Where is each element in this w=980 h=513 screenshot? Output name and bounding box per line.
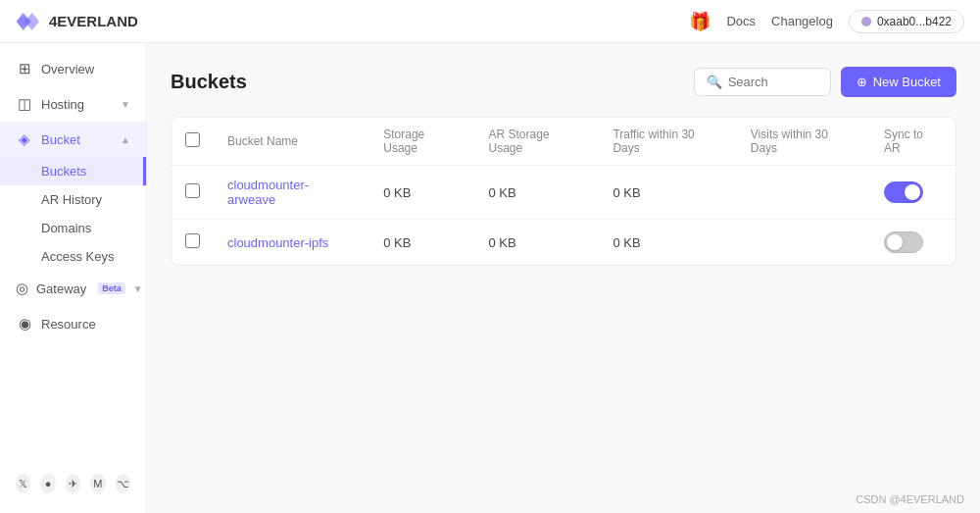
- row2-sync-toggle[interactable]: [884, 231, 923, 253]
- logo-text: 4EVERLAND: [49, 13, 138, 29]
- sidebar: ⊞ Overview ◫ Hosting ▼ ◈ Bucket ▲ Bucket…: [0, 43, 147, 513]
- row1-checkbox[interactable]: [185, 183, 200, 198]
- row2-visits: [737, 220, 870, 266]
- topbar-right: 🎁 Docs Changelog 0xaab0...b422: [689, 10, 964, 33]
- search-input[interactable]: [728, 75, 816, 89]
- row1-sync-toggle[interactable]: [884, 181, 923, 203]
- sidebar-item-overview[interactable]: ⊞ Overview: [0, 51, 146, 86]
- row2-select: [172, 220, 214, 266]
- overview-icon: ⊞: [16, 60, 33, 77]
- col-traffic: Traffic within 30 Days: [599, 118, 736, 166]
- bucket-chevron-icon: ▲: [121, 134, 130, 145]
- row2-checkbox[interactable]: [185, 233, 200, 248]
- hosting-icon: ◫: [16, 95, 33, 113]
- wallet-address: 0xaab0...b422: [877, 15, 952, 28]
- search-box[interactable]: 🔍: [694, 68, 831, 96]
- resource-icon: ◉: [16, 315, 33, 333]
- layout: ⊞ Overview ◫ Hosting ▼ ◈ Bucket ▲ Bucket…: [0, 43, 980, 513]
- sidebar-item-resource-label: Resource: [41, 317, 96, 332]
- col-visits: Visits within 30 Days: [737, 118, 870, 166]
- sidebar-sub-item-buckets[interactable]: Buckets: [0, 157, 146, 185]
- bucket-icon: ◈: [16, 130, 33, 148]
- row1-select: [172, 166, 214, 220]
- sidebar-item-hosting[interactable]: ◫ Hosting ▼: [0, 86, 146, 122]
- sidebar-item-hosting-label: Hosting: [41, 97, 84, 112]
- col-bucket-name: Bucket Name: [214, 118, 369, 166]
- discord-icon[interactable]: ●: [40, 474, 55, 493]
- row1-toggle-slider: [884, 181, 923, 203]
- topbar: 4EVERLAND 🎁 Docs Changelog 0xaab0...b422: [0, 0, 980, 43]
- page-header: Buckets 🔍 ⊕ New Bucket: [171, 67, 956, 97]
- table-header: Bucket Name Storage Usage AR Storage Usa…: [172, 118, 956, 166]
- sidebar-sub-item-access-keys[interactable]: Access Keys: [0, 242, 146, 271]
- main-content: Buckets 🔍 ⊕ New Bucket Bucket Name: [147, 43, 980, 513]
- new-bucket-button[interactable]: ⊕ New Bucket: [841, 67, 956, 97]
- gateway-chevron-icon: ▼: [133, 283, 143, 294]
- sidebar-item-resource[interactable]: ◉ Resource: [0, 306, 146, 341]
- row2-sync: [870, 220, 956, 266]
- twitter-icon[interactable]: 𝕏: [16, 474, 30, 493]
- bucket-submenu: Buckets AR History Domains Access Keys: [0, 157, 146, 271]
- col-ar-storage: AR Storage Usage: [475, 118, 600, 166]
- docs-link[interactable]: Docs: [726, 14, 756, 28]
- sidebar-social: 𝕏 ● ✈ M ⌥: [0, 462, 146, 505]
- new-bucket-label: New Bucket: [873, 75, 941, 89]
- new-bucket-plus-icon: ⊕: [857, 75, 867, 89]
- row2-traffic: 0 KB: [599, 220, 736, 266]
- search-icon: 🔍: [707, 75, 722, 89]
- col-select: [172, 118, 214, 166]
- sidebar-item-bucket[interactable]: ◈ Bucket ▲: [0, 122, 146, 157]
- row1-bucket-link[interactable]: cloudmounter-arweave: [227, 178, 309, 207]
- buckets-table: Bucket Name Storage Usage AR Storage Usa…: [172, 118, 956, 265]
- github-icon[interactable]: ⌥: [116, 474, 130, 493]
- hosting-chevron-icon: ▼: [121, 99, 130, 110]
- table-body: cloudmounter-arweave 0 KB 0 KB 0 KB: [172, 166, 956, 266]
- sidebar-sub-item-domains[interactable]: Domains: [0, 214, 146, 242]
- row2-sync-toggle-wrap: [884, 231, 942, 253]
- row1-visits: [737, 166, 870, 220]
- header-actions: 🔍 ⊕ New Bucket: [694, 67, 956, 97]
- col-sync: Sync to AR: [870, 118, 956, 166]
- gateway-beta-badge: Beta: [98, 282, 125, 294]
- row2-name: cloudmounter-ipfs: [214, 220, 369, 266]
- row2-bucket-link[interactable]: cloudmounter-ipfs: [227, 235, 328, 250]
- access-keys-label: Access Keys: [41, 249, 114, 264]
- sidebar-item-overview-label: Overview: [41, 62, 94, 77]
- wallet-button[interactable]: 0xaab0...b422: [849, 10, 964, 33]
- row1-storage: 0 KB: [369, 166, 474, 220]
- ar-history-label: AR History: [41, 192, 102, 207]
- table-row: cloudmounter-ipfs 0 KB 0 KB 0 KB: [172, 220, 956, 266]
- row1-sync: [870, 166, 956, 220]
- sidebar-item-gateway-label: Gateway: [36, 282, 86, 296]
- buckets-label: Buckets: [41, 164, 86, 179]
- medium-icon[interactable]: M: [90, 474, 105, 493]
- gateway-icon: ◎: [16, 280, 28, 297]
- row1-sync-toggle-wrap: [884, 181, 942, 203]
- col-storage: Storage Usage: [369, 118, 474, 166]
- page-title: Buckets: [171, 71, 247, 93]
- topbar-left: 4EVERLAND: [16, 13, 138, 30]
- gift-icon[interactable]: 🎁: [689, 11, 710, 32]
- row1-name: cloudmounter-arweave: [214, 166, 369, 220]
- row2-ar-storage: 0 KB: [475, 220, 600, 266]
- logo: 4EVERLAND: [16, 13, 138, 30]
- changelog-link[interactable]: Changelog: [771, 14, 833, 28]
- row1-traffic: 0 KB: [599, 166, 736, 220]
- sidebar-item-gateway[interactable]: ◎ Gateway Beta ▼: [0, 271, 146, 306]
- domains-label: Domains: [41, 221, 91, 235]
- wallet-dot: [861, 17, 871, 26]
- buckets-table-container: Bucket Name Storage Usage AR Storage Usa…: [171, 117, 956, 266]
- logo-icon: [16, 13, 43, 30]
- row2-storage: 0 KB: [369, 220, 474, 266]
- table-row: cloudmounter-arweave 0 KB 0 KB 0 KB: [172, 166, 956, 220]
- telegram-icon[interactable]: ✈: [66, 474, 80, 493]
- sidebar-item-bucket-label: Bucket: [41, 132, 80, 147]
- csdn-credit: CSDN @4EVERLAND: [856, 493, 964, 505]
- row1-ar-storage: 0 KB: [475, 166, 600, 220]
- select-all-checkbox[interactable]: [185, 132, 200, 147]
- row2-toggle-slider: [884, 231, 923, 253]
- sidebar-sub-item-ar-history[interactable]: AR History: [0, 185, 146, 214]
